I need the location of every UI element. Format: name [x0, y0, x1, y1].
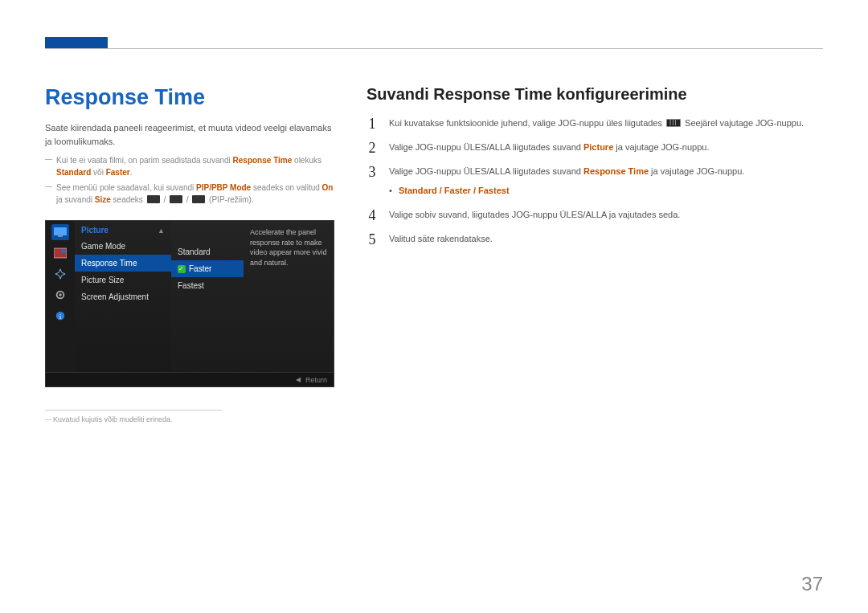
accent-picture: Picture: [583, 142, 613, 152]
step-number: 3: [366, 165, 378, 179]
sidebar-pip-icon: [51, 245, 69, 261]
page: Response Time Saate kiirendada paneeli r…: [0, 0, 868, 613]
content-columns: Response Time Saate kiirendada paneeli r…: [45, 85, 823, 423]
options-accent: Standard / Faster / Fastest: [399, 186, 510, 195]
osd-menu-column: Picture▲ Game Mode Response Time Picture…: [75, 221, 171, 372]
sidebar-picture-icon: [51, 224, 69, 240]
header-rule: [45, 48, 823, 49]
accent-on: On: [322, 183, 334, 192]
osd-option-standard: Standard: [171, 243, 244, 260]
osd-menu-title: Picture▲: [75, 221, 171, 238]
accent-pip-pbp: PIP/PBP Mode: [196, 183, 251, 192]
svg-rect-0: [54, 227, 67, 235]
osd-body: i Picture▲ Game Mode Response Time Pictu…: [46, 221, 334, 372]
step-text: Valige JOG-nuppu ÜLES/ALLA liigutades su…: [389, 165, 823, 178]
sidebar-osd-icon: [51, 266, 69, 282]
page-number: 37: [801, 573, 823, 595]
osd-option-faster: Faster: [171, 260, 244, 277]
step-1: 1 Kui kuvatakse funktsioonide juhend, va…: [366, 116, 823, 131]
step-3: 3 Valige JOG-nuppu ÜLES/ALLA liigutades …: [366, 165, 823, 179]
header-accent-bar: [45, 37, 108, 48]
osd-item-picture-size: Picture Size: [75, 272, 171, 288]
osd-description: Accelerate the panel response rate to ma…: [244, 221, 334, 372]
back-arrow-icon: ◀: [296, 376, 301, 383]
step-number: 5: [366, 232, 378, 247]
step-number: 1: [366, 116, 378, 131]
step-number: 2: [366, 141, 378, 155]
footnote-separator: [45, 410, 222, 411]
steps-list: 1 Kui kuvatakse funktsioonide juhend, va…: [366, 116, 823, 247]
accent-faster: Faster: [106, 168, 130, 177]
footnote: Kuvatud kujutis võib mudeliti erineda.: [45, 415, 334, 423]
return-label: Return: [305, 376, 327, 384]
jog-menu-icon: [666, 119, 681, 127]
step-text: Valitud säte rakendatakse.: [389, 232, 823, 246]
svg-marker-4: [55, 269, 65, 279]
size-layout-icon: [192, 195, 205, 203]
step-4: 4 Valige sobiv suvand, liigutades JOG-nu…: [366, 208, 823, 223]
svg-point-6: [59, 293, 62, 296]
section-heading: Response Time: [45, 85, 334, 110]
size-layout-icon: [147, 195, 160, 203]
step-number: 4: [366, 208, 378, 223]
osd-option-fastest: Fastest: [171, 277, 244, 294]
intro-text: Saate kiirendada paneeli reageerimist, e…: [45, 121, 334, 148]
svg-rect-1: [58, 235, 63, 237]
options-bullet: Standard / Faster / Fastest: [389, 186, 823, 195]
accent-size: Size: [95, 195, 111, 204]
osd-item-game-mode: Game Mode: [75, 238, 171, 255]
step-text: Valige sobiv suvand, liigutades JOG-nupp…: [389, 208, 823, 222]
sidebar-info-icon: i: [51, 308, 69, 324]
step-5: 5 Valitud säte rakendatakse.: [366, 232, 823, 247]
subsection-heading: Suvandi Response Time konfigureerimine: [366, 85, 823, 104]
note-2: See menüü pole saadaval, kui suvandi PIP…: [45, 182, 334, 206]
right-column: Suvandi Response Time konfigureerimine 1…: [366, 85, 823, 423]
size-layout-icon: [170, 195, 182, 203]
osd-item-screen-adjustment: Screen Adjustment: [75, 288, 171, 305]
osd-footer: ◀ Return: [46, 372, 334, 386]
note-1: Kui te ei vaata filmi, on parim seadista…: [45, 154, 334, 178]
osd-item-response-time: Response Time: [75, 255, 171, 272]
step-text: Valige JOG-nuppu ÜLES/ALLA liigutades su…: [389, 141, 823, 154]
sidebar-settings-icon: [51, 287, 69, 303]
svg-rect-3: [61, 249, 66, 253]
accent-response-time: Response Time: [583, 166, 649, 176]
accent-response-time: Response Time: [233, 156, 293, 165]
step-text: Kui kuvatakse funktsioonide juhend, vali…: [389, 116, 823, 130]
osd-sidebar: i: [46, 221, 75, 372]
osd-screenshot: i Picture▲ Game Mode Response Time Pictu…: [45, 220, 334, 387]
left-column: Response Time Saate kiirendada paneeli r…: [45, 85, 334, 423]
scroll-up-icon: ▲: [158, 227, 165, 235]
osd-options-column: Standard Faster Fastest: [171, 221, 244, 372]
accent-standard: Standard: [56, 168, 91, 177]
step-2: 2 Valige JOG-nuppu ÜLES/ALLA liigutades …: [366, 141, 823, 155]
